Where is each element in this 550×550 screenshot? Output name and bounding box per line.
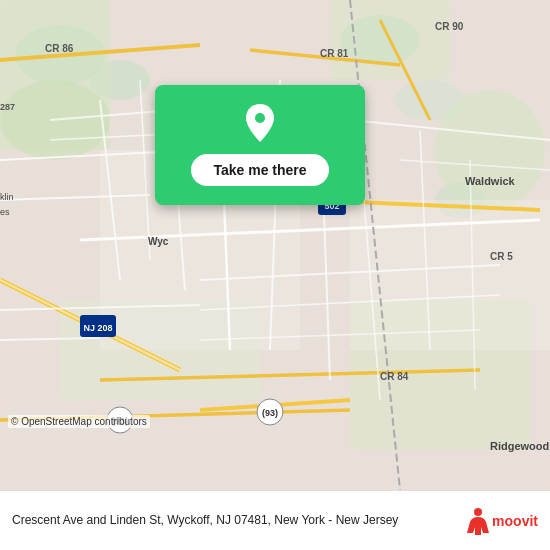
osm-credit: © OpenStreetMap contributors: [8, 415, 150, 428]
svg-text:CR 86: CR 86: [45, 43, 74, 54]
svg-text:287: 287: [0, 102, 15, 112]
svg-text:Ridgewood: Ridgewood: [490, 440, 549, 452]
svg-text:es: es: [0, 207, 10, 217]
svg-text:CR 5: CR 5: [490, 251, 513, 262]
location-pin-icon: [242, 104, 278, 144]
moovit-brand-text: moovit: [492, 513, 538, 529]
svg-text:NJ 208: NJ 208: [83, 323, 112, 333]
bottom-bar: Crescent Ave and Linden St, Wyckoff, NJ …: [0, 490, 550, 550]
svg-text:klin: klin: [0, 192, 14, 202]
svg-point-65: [474, 508, 482, 516]
svg-text:CR 84: CR 84: [380, 371, 409, 382]
svg-text:CR 90: CR 90: [435, 21, 464, 32]
map-container: NJ 208 502 (93) (93) CR 86 CR 81 CR 90 C…: [0, 0, 550, 490]
svg-text:Wyc: Wyc: [148, 236, 169, 247]
moovit-person-icon: [467, 507, 489, 535]
address-text: Crescent Ave and Linden St, Wyckoff, NJ …: [12, 512, 457, 529]
take-me-there-button[interactable]: Take me there: [191, 154, 328, 186]
svg-text:(93): (93): [262, 408, 278, 418]
svg-text:Waldwick: Waldwick: [465, 175, 516, 187]
popup-card: Take me there: [155, 85, 365, 205]
moovit-logo: moovit: [467, 507, 538, 535]
svg-point-64: [255, 113, 265, 123]
svg-point-9: [435, 90, 545, 210]
svg-text:CR 81: CR 81: [320, 48, 349, 59]
